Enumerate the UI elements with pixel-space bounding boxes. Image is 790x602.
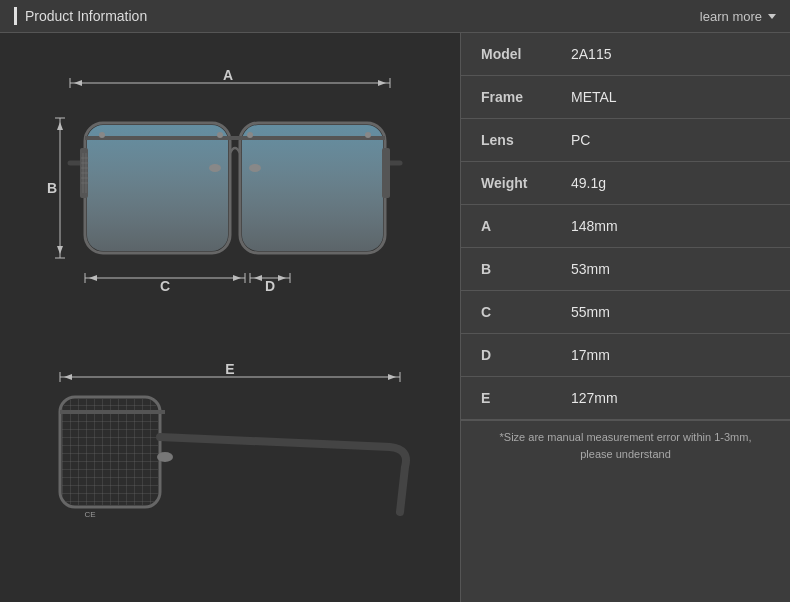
table-row: D 17mm: [461, 334, 790, 377]
svg-rect-27: [242, 125, 383, 251]
spec-label: E: [461, 377, 551, 420]
learn-more-link[interactable]: learn more: [700, 9, 776, 24]
spec-value: 148mm: [551, 205, 790, 248]
svg-text:A: A: [223, 67, 233, 83]
svg-marker-3: [74, 80, 82, 86]
front-view-diagram: A B C D: [20, 43, 440, 313]
svg-marker-51: [388, 374, 396, 380]
spec-label: B: [461, 248, 551, 291]
spec-label: Lens: [461, 119, 551, 162]
svg-marker-9: [57, 122, 63, 130]
info-panel: Model 2A115 Frame METAL Lens PC Weight 4…: [460, 33, 790, 602]
disclaimer-text: *Size are manual measurement error withi…: [461, 420, 790, 470]
table-row: B 53mm: [461, 248, 790, 291]
table-row: Lens PC: [461, 119, 790, 162]
spec-value: PC: [551, 119, 790, 162]
svg-point-41: [99, 132, 105, 138]
chevron-down-icon: [768, 14, 776, 19]
svg-point-45: [209, 164, 221, 172]
table-row: E 127mm: [461, 377, 790, 420]
svg-point-42: [217, 132, 223, 138]
spec-value: 2A115: [551, 33, 790, 76]
spec-label: A: [461, 205, 551, 248]
header: Product Information learn more: [0, 0, 790, 33]
spec-label: D: [461, 334, 551, 377]
svg-text:D: D: [265, 278, 275, 293]
svg-point-57: [157, 452, 173, 462]
svg-marker-10: [57, 246, 63, 254]
table-row: Weight 49.1g: [461, 162, 790, 205]
table-row: A 148mm: [461, 205, 790, 248]
spec-label: Weight: [461, 162, 551, 205]
svg-rect-54: [62, 399, 158, 505]
spec-label: C: [461, 291, 551, 334]
specs-table: Model 2A115 Frame METAL Lens PC Weight 4…: [461, 33, 790, 420]
spec-label: Frame: [461, 76, 551, 119]
svg-rect-32: [382, 148, 390, 198]
spec-value: METAL: [551, 76, 790, 119]
svg-text:E: E: [225, 361, 234, 377]
svg-text:CE: CE: [84, 510, 95, 519]
svg-marker-4: [378, 80, 386, 86]
svg-text:C: C: [160, 278, 170, 293]
table-row: Model 2A115: [461, 33, 790, 76]
spec-label: Model: [461, 33, 551, 76]
svg-marker-16: [233, 275, 241, 281]
svg-point-46: [249, 164, 261, 172]
svg-rect-26: [87, 125, 228, 251]
spec-value: 17mm: [551, 334, 790, 377]
side-diagram-svg: E CE: [30, 357, 430, 557]
svg-marker-15: [89, 275, 97, 281]
front-diagram-svg: A B C D: [30, 63, 430, 293]
spec-value: 127mm: [551, 377, 790, 420]
table-row: C 55mm: [461, 291, 790, 334]
svg-point-44: [365, 132, 371, 138]
svg-marker-21: [254, 275, 262, 281]
diagrams-panel: A B C D: [0, 33, 460, 602]
table-row: Frame METAL: [461, 76, 790, 119]
title-text: Product Information: [25, 8, 147, 24]
learn-more-label: learn more: [700, 9, 762, 24]
spec-value: 53mm: [551, 248, 790, 291]
svg-text:B: B: [47, 180, 57, 196]
side-view-diagram: E CE: [20, 323, 440, 593]
svg-marker-50: [64, 374, 72, 380]
page-title: Product Information: [14, 7, 147, 25]
disclaimer-content: *Size are manual measurement error withi…: [500, 431, 752, 460]
spec-value: 49.1g: [551, 162, 790, 205]
svg-point-43: [247, 132, 253, 138]
main-content: A B C D: [0, 33, 790, 602]
spec-value: 55mm: [551, 291, 790, 334]
svg-marker-22: [278, 275, 286, 281]
